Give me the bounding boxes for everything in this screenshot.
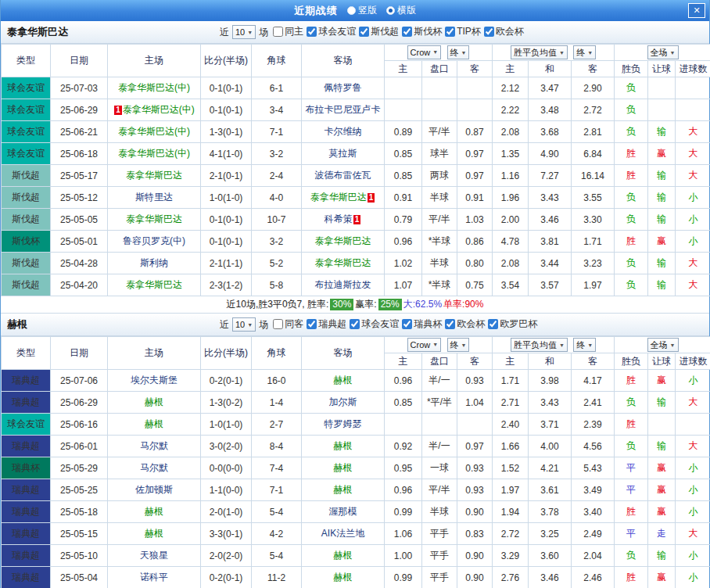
match-count-select[interactable]: 10▼ (232, 317, 256, 332)
match-type: 球会友谊 (2, 414, 51, 436)
checkbox-input[interactable] (307, 319, 317, 329)
match-date: 25-06-29 (51, 392, 108, 414)
col-header-euro-away: 客 (572, 61, 615, 77)
odds-value (457, 414, 493, 436)
corner-score: 4-2 (252, 523, 302, 545)
result-cell: 负 (615, 274, 648, 296)
match-score: 0-1(0-1) (201, 209, 252, 231)
games-label: 场 (259, 318, 268, 332)
summary-part: 大:62.5% (403, 298, 442, 311)
bookmaker-select[interactable]: Crow▼ (407, 45, 442, 59)
odds-value: 0.86 (457, 231, 493, 253)
match-type: 球会友谊 (2, 121, 51, 143)
corner-score: 2-4 (252, 165, 302, 187)
checkbox-input[interactable] (350, 319, 360, 329)
match-row: 斯伐超25-05-17泰拿华斯巴达2-1(0-1)2-4波德布雷佐瓦0.85两球… (2, 165, 710, 187)
home-team: 1泰拿华斯巴达(中) (108, 99, 201, 121)
odds-value: 5.43 (572, 457, 615, 479)
checkbox-input[interactable] (273, 27, 283, 37)
checkbox-input[interactable] (488, 319, 498, 329)
checkbox-input[interactable] (445, 319, 455, 329)
corner-score: 3-2 (252, 231, 302, 253)
filter-checkbox[interactable]: 欧罗巴杯 (488, 317, 537, 331)
filter-checkbox[interactable]: 欧会杯 (445, 317, 485, 331)
filter-checkbox[interactable]: 欧会杯 (484, 25, 524, 38)
odds-final-select[interactable]: 终▼ (447, 338, 470, 352)
filter-checkbox[interactable]: 球会友谊 (307, 25, 356, 38)
home-team: 马尔默 (108, 436, 201, 457)
checkbox-input[interactable] (273, 319, 283, 329)
odds-value: 4.78 (493, 231, 529, 253)
layout-radio-vertical[interactable]: 竖版 (347, 4, 377, 17)
euro-avg-select[interactable]: 胜平负均值▼ (511, 338, 568, 352)
handicap-result-cell: 赢 (648, 231, 676, 253)
odds-value (385, 99, 422, 121)
filter-checkbox[interactable]: 同主 (273, 25, 303, 38)
odds-value: 3.71 (529, 414, 572, 436)
odds-source-header: Crow▼ 终▼ (385, 337, 493, 353)
red-card-badge: 1 (353, 215, 361, 224)
match-type: 瑞典超 (2, 479, 51, 501)
odds-final-select[interactable]: 终▼ (447, 45, 470, 59)
checkbox-input[interactable] (402, 319, 412, 329)
summary-part: 赢率: (355, 298, 376, 311)
chevron-down-icon: ▼ (559, 50, 565, 56)
away-team: 泰拿华斯巴达 (302, 253, 385, 274)
odds-value: 0.96 (385, 479, 422, 501)
filter-checkbox[interactable]: 斯伐超 (359, 25, 399, 38)
scope-select[interactable]: 全场▼ (647, 45, 679, 59)
goals-result-cell: 小 (676, 370, 710, 392)
checkbox-input[interactable] (359, 27, 369, 37)
odds-value: 1.07 (385, 274, 422, 296)
filter-checkbox[interactable]: 球会友谊 (350, 317, 399, 331)
filter-checkbox[interactable]: 瑞典超 (307, 317, 346, 331)
result-cell: 负 (615, 545, 648, 567)
checkbox-input[interactable] (484, 27, 494, 37)
odds-value: 平手 (422, 523, 457, 545)
result-cell: 胜 (615, 567, 648, 588)
home-team: 赫根 (108, 523, 201, 545)
match-score: 0-2(0-1) (201, 567, 252, 588)
close-icon[interactable]: ✕ (688, 3, 705, 18)
match-date: 25-06-01 (51, 436, 108, 457)
col-header-goals: 进球数 (676, 353, 710, 370)
goals-result-cell: 大 (676, 253, 710, 274)
match-type: 瑞典超 (2, 567, 51, 588)
match-row: 斯伐超25-05-12斯特里达1-0(1-0)4-0泰拿华斯巴达10.91半球0… (2, 187, 710, 209)
odds-value: 0.93 (457, 370, 493, 392)
goals-result-cell: 小 (676, 457, 710, 479)
odds-value: 1.97 (572, 274, 615, 296)
match-count-select[interactable]: 10▼ (232, 25, 256, 39)
home-team: 赫根 (108, 501, 201, 523)
match-date: 25-05-10 (51, 545, 108, 567)
odds-value: 0.93 (457, 479, 493, 501)
layout-radio-horizontal[interactable]: 横版 (386, 4, 416, 17)
match-date: 25-04-20 (51, 274, 108, 296)
odds-value: 0.75 (457, 274, 493, 296)
euro-final-select[interactable]: 终▼ (573, 45, 596, 59)
filter-checkbox[interactable]: 瑞典杯 (402, 317, 442, 331)
filter-checkbox[interactable]: TIP杯 (445, 25, 481, 38)
match-score: 1-1(0-0) (201, 479, 252, 501)
filter-checkbox[interactable]: 同客 (273, 317, 303, 331)
odds-value: 2.39 (572, 414, 615, 436)
odds-value: 3.61 (529, 479, 572, 501)
corner-score: 3-4 (252, 99, 302, 121)
checkbox-input[interactable] (402, 27, 412, 37)
filter-checkbox[interactable]: 斯伐杯 (402, 25, 442, 38)
match-date: 25-05-15 (51, 523, 108, 545)
match-score: 0-1(0-1) (201, 99, 252, 121)
checkbox-input[interactable] (307, 27, 317, 37)
goals-result-cell (676, 77, 710, 99)
euro-avg-select[interactable]: 胜平负均值▼ (511, 45, 568, 59)
scope-select[interactable]: 全场▼ (647, 338, 679, 352)
result-cell: 负 (615, 392, 648, 414)
odds-value: 3.78 (529, 501, 572, 523)
away-team: 科希策1 (302, 209, 385, 231)
bookmaker-select[interactable]: Crow▼ (407, 338, 442, 352)
match-score: 2-0(2-0) (201, 545, 252, 567)
match-row: 斯伐超25-04-20泰拿华斯巴达2-3(1-2)5-8布拉迪斯拉发1.07*半… (2, 274, 710, 296)
checkbox-input[interactable] (445, 27, 455, 37)
euro-final-select[interactable]: 终▼ (573, 338, 596, 352)
radio-icon (347, 6, 356, 15)
